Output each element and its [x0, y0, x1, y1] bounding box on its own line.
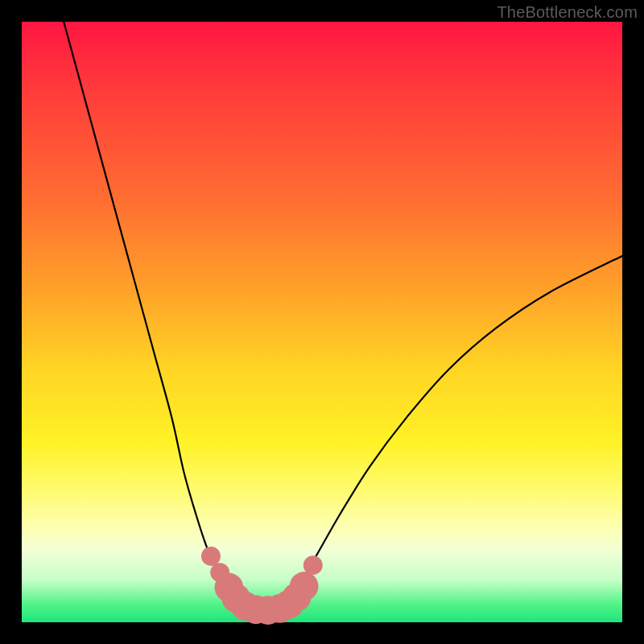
valley-marker: [303, 555, 323, 575]
curve-left-curve: [64, 22, 256, 610]
chart-frame: TheBottleneck.com: [0, 0, 644, 644]
curve-right-curve: [274, 256, 622, 609]
valley-marker: [201, 547, 221, 566]
valley-marker: [290, 572, 319, 601]
plot-area: [22, 22, 622, 622]
chart-svg: [22, 22, 622, 622]
attribution-text: TheBottleneck.com: [497, 3, 638, 22]
